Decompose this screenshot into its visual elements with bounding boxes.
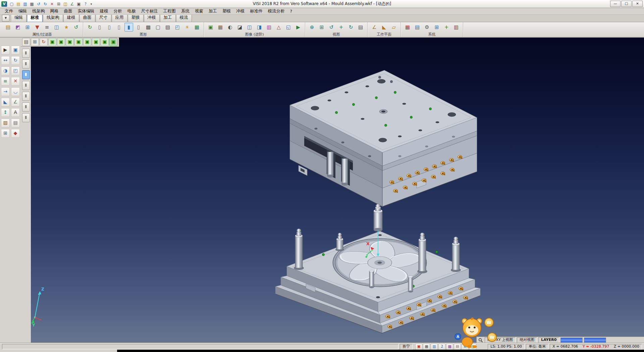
new-file-icon[interactable]: ▢ <box>9 1 15 7</box>
hidden-line-icon[interactable]: ▨ <box>163 23 172 32</box>
fillet-icon[interactable]: ◡ <box>11 87 20 96</box>
paste-icon[interactable]: ◫ <box>62 1 68 7</box>
menu-item-9[interactable]: 尺寸标注 <box>139 8 161 15</box>
pan-view-icon[interactable]: + <box>337 23 345 32</box>
layer-manager-icon[interactable]: ▤ <box>413 23 422 32</box>
isometric-view-icon[interactable]: ▣ <box>48 38 56 46</box>
zoom-previous-icon[interactable]: ↺ <box>327 23 336 32</box>
clipboard-icon[interactable]: ▥ <box>431 344 438 350</box>
tab-5[interactable]: 尺寸 <box>96 14 111 22</box>
wireframe-view-icon[interactable]: ▢ <box>154 23 162 32</box>
clip-plane-button-7[interactable]: ▮ <box>22 113 30 122</box>
system-settings-icon[interactable]: ⚙ <box>423 23 431 32</box>
texture-icon[interactable]: ▦ <box>216 23 225 32</box>
layer-filter-icon[interactable]: ≡ <box>43 23 51 32</box>
database-icon[interactable]: ▥ <box>452 23 461 32</box>
copy-attributes-icon[interactable]: ⊞ <box>23 23 32 32</box>
workplane-reset-icon[interactable]: ▱ <box>389 23 398 32</box>
measure-icon[interactable]: ∠ <box>11 98 20 106</box>
back-view-icon[interactable]: ▣ <box>74 38 83 46</box>
tab-9[interactable]: 加工 <box>160 14 176 22</box>
grid-settings-icon[interactable]: ⊞ <box>432 23 441 32</box>
dynamic-section-icon[interactable]: ◨ <box>255 23 264 32</box>
workplane-align-icon[interactable]: ◣ <box>380 23 388 32</box>
hatch-icon[interactable]: ▨ <box>1 119 10 127</box>
menu-item-4[interactable]: 曲面 <box>61 8 75 15</box>
animation-icon[interactable]: ▶ <box>294 23 303 32</box>
background-color-icon[interactable]: ▦ <box>193 23 201 32</box>
erase-icon[interactable]: ✕ <box>11 77 20 86</box>
screenshot-icon[interactable]: ◱ <box>284 23 293 32</box>
copy-icon[interactable]: ⊞ <box>56 1 62 7</box>
menu-item-11[interactable]: 系统 <box>178 8 192 15</box>
tab-3[interactable]: 建模 <box>63 14 79 22</box>
sprue-pillar[interactable] <box>374 204 382 232</box>
palette-icon[interactable]: ▩ <box>446 344 453 350</box>
snap-settings-icon[interactable]: + <box>442 23 451 32</box>
menu-item-2[interactable]: 线架构 <box>30 8 48 15</box>
rotate-view-icon[interactable]: ↻ <box>346 23 355 32</box>
mirror-icon[interactable]: ◑ <box>1 67 10 75</box>
undo-icon[interactable]: ↺ <box>36 1 42 7</box>
tab-6[interactable]: 应用 <box>112 14 127 22</box>
calculator-icon[interactable]: ▣ <box>76 1 82 7</box>
measure-icon[interactable]: ∠ <box>69 1 75 7</box>
blank-reverse-icon[interactable]: ▯ <box>115 23 123 32</box>
tab-7[interactable]: 塑膜 <box>128 14 144 22</box>
group-icon[interactable]: ⊞ <box>1 129 10 138</box>
help-icon[interactable]: ? <box>83 1 89 7</box>
menu-item-14[interactable]: 塑模 <box>220 8 233 15</box>
color-table-icon[interactable]: ▦ <box>403 23 412 32</box>
scale-icon[interactable]: ◰ <box>11 67 20 75</box>
clip-plane-button-6[interactable]: ▮ <box>22 102 30 112</box>
menu-item-10[interactable]: 工程图 <box>161 8 179 15</box>
color-attributes-icon[interactable]: ◩ <box>13 23 22 32</box>
menu-item-7[interactable]: 分析 <box>111 8 125 15</box>
blank-elements-icon[interactable]: ▯ <box>95 23 104 32</box>
translate-icon[interactable]: ↔ <box>1 56 10 65</box>
clipping-plane-icon[interactable]: ▥ <box>265 23 273 32</box>
offset-icon[interactable]: ≡ <box>1 77 10 86</box>
element-attributes-icon[interactable]: ▤ <box>4 23 12 32</box>
help-level-icon[interactable]: 2 <box>438 344 445 350</box>
close-button[interactable]: ✕ <box>632 1 643 7</box>
view-list-icon[interactable]: ▤ <box>356 23 365 32</box>
blank-selected-icon[interactable]: ▯ <box>105 23 114 32</box>
bounding-box-icon[interactable]: ◰ <box>173 23 182 32</box>
redraw-icon[interactable]: ↻ <box>86 23 94 32</box>
redo-icon[interactable]: ↻ <box>42 1 48 7</box>
unblank-all-icon[interactable]: ▮ <box>124 23 133 32</box>
front-view-icon[interactable]: ▣ <box>66 38 74 46</box>
light-settings-icon[interactable]: ☀ <box>183 23 192 32</box>
tab-10[interactable]: 模流 <box>176 14 192 22</box>
viewport-3d[interactable]: X Z Y <box>31 37 644 343</box>
delete-icon[interactable]: ✕ <box>49 1 55 7</box>
attribute-filter-icon[interactable]: ▼ <box>33 23 42 32</box>
extend-icon[interactable]: → <box>1 87 10 96</box>
highlight-filter-icon[interactable]: ★ <box>62 23 71 32</box>
multi-viewport-icon[interactable]: ⊞ <box>31 38 39 46</box>
tab-8[interactable]: 冲模 <box>144 14 160 22</box>
menu-item-17[interactable]: 模流分析 <box>265 8 287 15</box>
menu-item-0[interactable]: 文件 <box>2 8 16 15</box>
element-filter-icon[interactable]: ◫ <box>52 23 61 32</box>
bottom-view-icon[interactable]: ▣ <box>101 38 109 46</box>
zoom-fit-icon[interactable]: ⊕ <box>308 23 316 32</box>
tab-2[interactable]: 线架构 <box>43 14 63 22</box>
rotate-icon[interactable]: ↻ <box>11 56 20 65</box>
dimension-icon[interactable]: ↕ <box>1 108 10 117</box>
menu-item-1[interactable]: 编辑 <box>16 8 30 15</box>
explode-icon[interactable]: ◆ <box>11 129 20 138</box>
clip-plane-button-5[interactable]: ▮ <box>22 92 30 101</box>
menu-item-18[interactable]: ? <box>287 8 295 14</box>
menu-item-15[interactable]: 冲模 <box>233 8 247 15</box>
clip-plane-button-4[interactable]: ▮ <box>22 81 30 90</box>
material-icon[interactable]: ◐ <box>226 23 234 32</box>
minimize-button[interactable]: — <box>610 1 621 7</box>
display-config-icon[interactable]: ▣ <box>415 344 422 350</box>
save-file-icon[interactable]: ▥ <box>22 1 28 7</box>
right-view-icon[interactable]: ▣ <box>92 38 100 46</box>
absolute-view-indicator[interactable]: 绝对视图 <box>517 337 537 343</box>
text-icon[interactable]: A <box>11 108 20 117</box>
zoom-window-icon[interactable]: ⊞ <box>317 23 326 32</box>
